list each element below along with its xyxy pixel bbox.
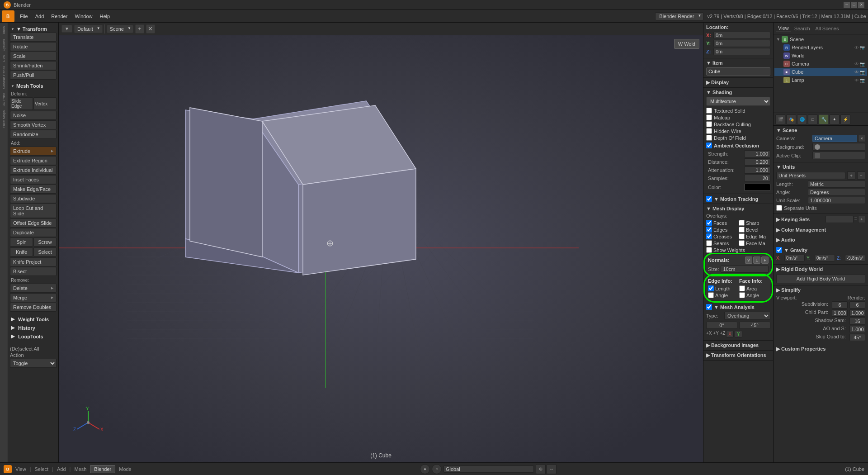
remove-scene-btn[interactable]: ✕: [146, 24, 155, 33]
unit-remove-btn[interactable]: −: [857, 171, 865, 180]
item-name-input[interactable]: [706, 67, 770, 76]
ambient-occlusion-check[interactable]: [706, 142, 712, 148]
btn-rotate[interactable]: Rotate: [10, 42, 57, 51]
menu-add[interactable]: Add: [32, 13, 48, 20]
add-scene-btn[interactable]: +: [135, 24, 144, 33]
keying-sets-header[interactable]: ▶ Keying Sets: [776, 217, 810, 223]
display-header[interactable]: ▶ Display: [706, 80, 770, 86]
btn-vertex[interactable]: Vertex: [33, 97, 57, 110]
outliner-renderlayers[interactable]: R RenderLayers 👁 📷: [774, 43, 867, 52]
vtab-grease[interactable]: Grease Pencil: [1, 64, 6, 90]
cube-eye[interactable]: 👁: [854, 70, 859, 75]
normals-size-value[interactable]: 10cm: [721, 266, 769, 273]
menu-render[interactable]: Render: [47, 13, 71, 20]
transform-section-header[interactable]: ▼ ▼ Transform: [10, 24, 57, 33]
active-clip-value[interactable]: [812, 152, 865, 159]
mesh-display-header[interactable]: ▼ Mesh Display: [706, 206, 770, 211]
blender-mode-btn[interactable]: Blender: [90, 465, 115, 473]
loc-x-value[interactable]: 0m: [713, 32, 770, 39]
subdivision-render-value[interactable]: 6: [849, 301, 865, 309]
history-header[interactable]: ▶History: [10, 323, 57, 332]
gravity-y-value[interactable]: 0m/s²: [815, 255, 835, 261]
btn-shrink-fatten[interactable]: Shrink/Fatten: [10, 61, 57, 70]
gravity-check[interactable]: [776, 247, 782, 253]
mesh-tools-header[interactable]: ▼ Mesh Tools: [10, 81, 57, 90]
camera-value[interactable]: Camera: [812, 135, 857, 142]
weld-button[interactable]: W Weld: [674, 39, 699, 49]
status-mesh-btn[interactable]: Mesh: [74, 466, 86, 472]
wire-mode-btn[interactable]: ○: [432, 464, 442, 474]
menu-file[interactable]: File: [16, 13, 32, 20]
btn-subdivide[interactable]: Subdivide: [10, 194, 57, 203]
ao-samples-value[interactable]: 20: [744, 175, 770, 182]
btn-spin[interactable]: Spin: [10, 238, 33, 247]
child-part-vp-value[interactable]: 1.000: [832, 309, 848, 317]
ao-distance-value[interactable]: 0.200: [744, 158, 770, 166]
normals-face-btn[interactable]: F: [761, 256, 769, 264]
vtab-tools[interactable]: Tools: [1, 24, 6, 37]
subdivision-vp-value[interactable]: 6: [832, 301, 848, 309]
btn-randomize[interactable]: Randomize: [10, 130, 57, 139]
btn-smooth-vertex[interactable]: Smooth Vertex: [10, 120, 57, 129]
shading-mode-select[interactable]: Multitexture: [706, 97, 770, 106]
shadow-sam-value[interactable]: 16: [849, 318, 865, 325]
axis-y-btn[interactable]: Y: [735, 331, 742, 337]
outliner-scene-row[interactable]: ▼ S Scene: [774, 35, 867, 43]
btn-extrude-individual[interactable]: Extrude Individual: [10, 166, 57, 175]
btn-remove-doubles[interactable]: Remove Doubles: [10, 303, 57, 312]
edge-angle-check[interactable]: [708, 292, 714, 298]
analysis-type-select[interactable]: Overhang: [724, 312, 770, 320]
mesh-analysis-header[interactable]: ▼ Mesh Analysis: [706, 304, 770, 310]
cube-render[interactable]: 📷: [860, 70, 865, 75]
prop-tab-object[interactable]: □: [808, 114, 818, 124]
btn-noise[interactable]: Noise: [10, 111, 57, 120]
rigid-body-header[interactable]: ▶ Rigid Body World: [776, 266, 865, 272]
angle-value[interactable]: Degrees: [808, 189, 865, 196]
menu-help[interactable]: Help: [96, 13, 114, 20]
angle1-value[interactable]: 0°: [706, 322, 737, 329]
menu-window[interactable]: Window: [71, 13, 96, 20]
background-value[interactable]: [812, 143, 865, 151]
audio-header[interactable]: ▶ Audio: [776, 237, 865, 243]
btn-screw[interactable]: Screw: [33, 238, 57, 247]
window-controls[interactable]: ─ □ ✕: [844, 2, 864, 8]
textured-solid-check[interactable]: [706, 108, 712, 114]
prop-tab-render[interactable]: 🎬: [775, 114, 785, 124]
blender-logo[interactable]: B: [2, 10, 14, 22]
face-angle-check[interactable]: [739, 292, 745, 298]
action-select[interactable]: Toggle: [10, 359, 57, 368]
depth-of-field-check[interactable]: [706, 135, 712, 141]
btn-knife[interactable]: Knife: [10, 247, 33, 256]
minimize-button[interactable]: ─: [844, 2, 850, 8]
separate-units-check[interactable]: [776, 205, 782, 211]
nav-btn-2[interactable]: ↔: [547, 464, 557, 474]
maximize-button[interactable]: □: [851, 2, 857, 8]
prop-tab-scene[interactable]: 🎭: [786, 114, 796, 124]
viewport-mode-btn[interactable]: ▼: [61, 25, 72, 33]
unit-add-btn[interactable]: +: [847, 171, 855, 180]
scene-section-header[interactable]: ▼ Scene: [776, 128, 865, 133]
viewport-scene[interactable]: X Y Z (1) Cube W Weld: [59, 35, 703, 462]
prop-tab-physics[interactable]: ⚡: [840, 114, 850, 124]
ao-and-s-value[interactable]: 1.000: [849, 326, 865, 333]
gravity-x-value[interactable]: 0m/s²: [784, 255, 805, 261]
camera-eye[interactable]: 👁: [854, 62, 859, 66]
blender-icon-bottom[interactable]: B: [4, 465, 12, 473]
viewport-mode-select[interactable]: Default ▼: [74, 25, 103, 33]
area-check[interactable]: [739, 285, 745, 291]
outliner-world[interactable]: W World: [774, 52, 867, 60]
close-button[interactable]: ✕: [858, 2, 864, 8]
custom-props-header[interactable]: ▶ Custom Properties: [776, 346, 865, 352]
btn-delete[interactable]: Delete: [10, 284, 57, 293]
backface-culling-check[interactable]: [706, 121, 712, 127]
unit-scale-value[interactable]: 1.000000: [808, 197, 865, 204]
face-ma-check[interactable]: [739, 240, 745, 246]
weight-tools-header[interactable]: ▶Weight Tools: [10, 314, 57, 323]
vtab-facemap[interactable]: Face Maps: [1, 109, 6, 130]
show-weights-check[interactable]: [706, 247, 712, 253]
btn-scale[interactable]: Scale: [10, 52, 57, 61]
vtab-options[interactable]: Options: [1, 37, 6, 53]
tab-search[interactable]: Search: [793, 25, 812, 32]
ao-color-swatch[interactable]: [744, 184, 770, 191]
btn-offset-edge[interactable]: Offset Edge Slide: [10, 218, 57, 228]
